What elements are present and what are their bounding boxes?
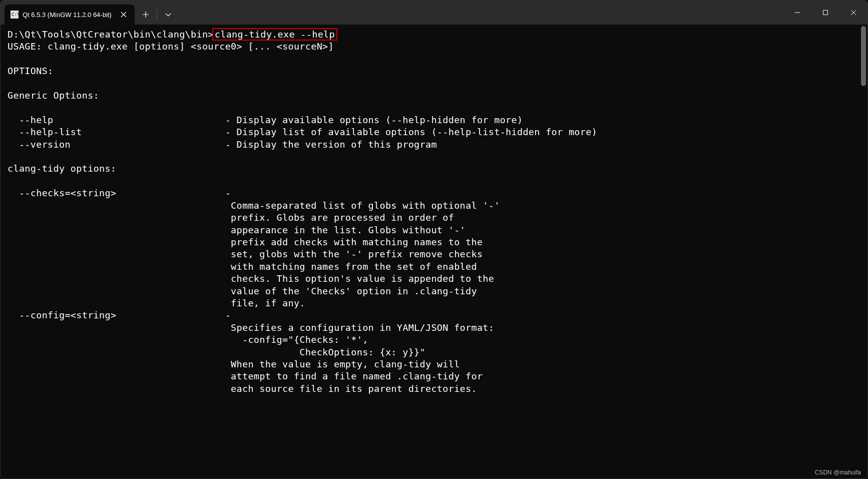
close-tab-button[interactable] [119,10,129,20]
tab-title: Qt 6.5.3 (MinGW 11.2.0 64-bit) [23,11,115,19]
checks-desc-line: value of the 'Checks' option in .clang-t… [8,286,477,296]
titlebar: C:\ Qt 6.5.3 (MinGW 11.2.0 64-bit) [1,1,867,25]
prompt-path: D:\Qt\Tools\QtCreator\bin\clang\bin> [8,29,214,40]
checks-desc-line: checks. This option's value is appended … [8,273,494,284]
option-checks: --checks=<string> - [8,188,231,198]
checks-desc-line: set, globs with the '-' prefix remove ch… [8,249,483,259]
config-desc-line: -config="{Checks: '*', [8,334,368,345]
tab-dropdown-button[interactable] [159,5,177,25]
checks-desc-line: with matching names from the set of enab… [8,261,477,272]
active-tab[interactable]: C:\ Qt 6.5.3 (MinGW 11.2.0 64-bit) [5,5,135,25]
terminal-window: C:\ Qt 6.5.3 (MinGW 11.2.0 64-bit) [0,0,868,479]
close-window-button[interactable] [839,1,867,25]
new-tab-button[interactable] [137,5,155,25]
checks-desc-line: prefix add checks with matching names to… [8,237,483,247]
config-desc-line: attempt to find a file named .clang-tidy… [8,371,483,381]
scrollbar-thumb[interactable] [861,26,866,86]
checks-desc-line: file, if any. [8,298,305,308]
watermark: CSDN @mahuifa [815,469,861,476]
divider [157,10,157,20]
config-desc-line: each source file in its parent directori… [8,383,477,394]
checks-desc-line: prefix. Globs are processed in order of [8,212,454,223]
clang-tidy-options-header: clang-tidy options: [8,163,116,174]
option-help: --help - Display available options (--he… [8,115,523,125]
option-version: --version - Display the version of this … [8,139,437,150]
svg-rect-7 [823,11,828,15]
checks-desc-line: Comma-separated list of globs with optio… [8,200,500,211]
titlebar-left: C:\ Qt 6.5.3 (MinGW 11.2.0 64-bit) [1,1,177,25]
usage-line: USAGE: clang-tidy.exe [options] <source0… [8,41,334,52]
config-desc-line: Specifies a configuration in YAML/JSON f… [8,322,494,333]
cmd-icon: C:\ [11,11,19,19]
checks-desc-line: appearance in the list. Globs without '-… [8,225,466,235]
options-header: OPTIONS: [8,66,54,76]
generic-options-header: Generic Options: [8,90,99,101]
scrollbar[interactable] [860,24,867,479]
option-help-list: --help-list - Display list of available … [8,127,597,137]
config-desc-line: When the value is empty, clang-tidy will [8,359,460,369]
svg-text:C:\: C:\ [12,12,19,17]
option-config: --config=<string> - [8,310,231,320]
minimize-button[interactable] [783,1,811,25]
maximize-button[interactable] [811,1,839,25]
config-desc-line: CheckOptions: {x: y}}" [8,347,425,357]
command-input: clang-tidy.exe --help [212,28,337,41]
window-controls [783,1,867,25]
terminal-output[interactable]: D:\Qt\Tools\QtCreator\bin\clang\bin>clan… [1,25,867,399]
